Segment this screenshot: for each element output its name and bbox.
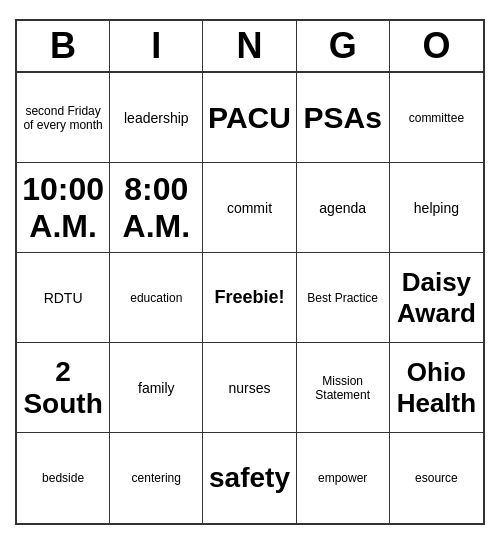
- bingo-cell: bedside: [17, 433, 110, 523]
- header-letter: B: [17, 21, 110, 71]
- bingo-cell: 8:00 A.M.: [110, 163, 203, 253]
- cell-text: 10:00 A.M.: [21, 171, 105, 245]
- bingo-cell: education: [110, 253, 203, 343]
- bingo-cell: leadership: [110, 73, 203, 163]
- bingo-card: BINGO second Friday of every monthleader…: [15, 19, 485, 525]
- cell-text: PACU: [208, 101, 291, 135]
- header-letter: N: [203, 21, 296, 71]
- bingo-cell: PSAs: [297, 73, 390, 163]
- bingo-cell: nurses: [203, 343, 296, 433]
- cell-text: bedside: [42, 471, 84, 485]
- cell-text: leadership: [124, 110, 189, 126]
- bingo-header: BINGO: [17, 21, 483, 73]
- cell-text: 8:00 A.M.: [114, 171, 198, 245]
- bingo-cell: empower: [297, 433, 390, 523]
- bingo-cell: second Friday of every month: [17, 73, 110, 163]
- cell-text: esource: [415, 471, 458, 485]
- bingo-cell: committee: [390, 73, 483, 163]
- cell-text: safety: [209, 462, 290, 494]
- cell-text: Best Practice: [307, 291, 378, 305]
- bingo-grid: second Friday of every monthleadershipPA…: [17, 73, 483, 523]
- cell-text: education: [130, 291, 182, 305]
- cell-text: Ohio Health: [394, 357, 479, 419]
- bingo-cell: Mission Statement: [297, 343, 390, 433]
- cell-text: committee: [409, 111, 464, 125]
- cell-text: helping: [414, 200, 459, 216]
- cell-text: centering: [132, 471, 181, 485]
- bingo-cell: Freebie!: [203, 253, 296, 343]
- bingo-cell: safety: [203, 433, 296, 523]
- cell-text: Mission Statement: [301, 374, 385, 402]
- bingo-cell: Best Practice: [297, 253, 390, 343]
- cell-text: nurses: [228, 380, 270, 396]
- bingo-cell: agenda: [297, 163, 390, 253]
- bingo-cell: 10:00 A.M.: [17, 163, 110, 253]
- cell-text: Freebie!: [214, 287, 284, 308]
- bingo-cell: family: [110, 343, 203, 433]
- header-letter: G: [297, 21, 390, 71]
- cell-text: second Friday of every month: [21, 104, 105, 132]
- bingo-cell: 2 South: [17, 343, 110, 433]
- cell-text: PSAs: [304, 101, 382, 135]
- header-letter: O: [390, 21, 483, 71]
- cell-text: 2 South: [21, 356, 105, 420]
- cell-text: family: [138, 380, 175, 396]
- cell-text: Daisy Award: [394, 267, 479, 329]
- cell-text: empower: [318, 471, 367, 485]
- bingo-cell: esource: [390, 433, 483, 523]
- bingo-cell: commit: [203, 163, 296, 253]
- header-letter: I: [110, 21, 203, 71]
- cell-text: RDTU: [44, 290, 83, 306]
- bingo-cell: centering: [110, 433, 203, 523]
- bingo-cell: RDTU: [17, 253, 110, 343]
- cell-text: agenda: [319, 200, 366, 216]
- bingo-cell: helping: [390, 163, 483, 253]
- bingo-cell: Ohio Health: [390, 343, 483, 433]
- bingo-cell: PACU: [203, 73, 296, 163]
- bingo-cell: Daisy Award: [390, 253, 483, 343]
- cell-text: commit: [227, 200, 272, 216]
